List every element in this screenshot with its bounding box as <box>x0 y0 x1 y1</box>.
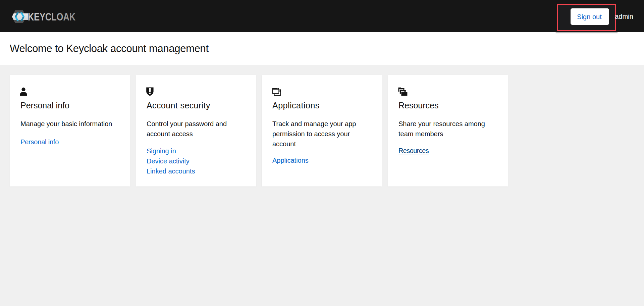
svg-text:KEYCLOAK: KEYCLOAK <box>28 11 75 22</box>
